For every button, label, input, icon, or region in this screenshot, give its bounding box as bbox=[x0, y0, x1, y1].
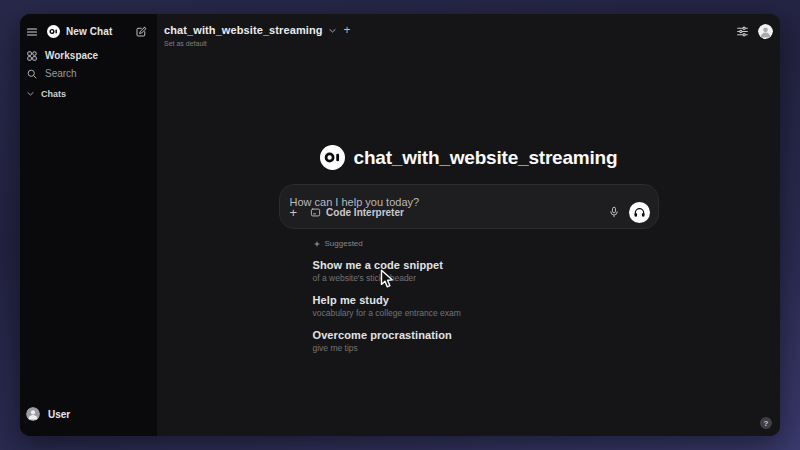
user-name: User bbox=[48, 409, 70, 420]
message-input-box[interactable]: + Code Interpreter bbox=[279, 184, 659, 229]
suggestion-subtitle: vocabulary for a college entrance exam bbox=[313, 308, 659, 318]
voice-call-button[interactable] bbox=[629, 202, 650, 223]
chevron-down-icon[interactable] bbox=[328, 26, 337, 35]
user-avatar bbox=[26, 407, 40, 421]
sidebar-user-menu[interactable]: User bbox=[26, 404, 149, 424]
sidebar-item-workspace[interactable]: Workspace bbox=[26, 47, 149, 64]
suggestion-item[interactable]: Overcome procrastination give me tips bbox=[313, 329, 659, 353]
sparkle-icon bbox=[313, 240, 321, 248]
sidebar: New Chat Workspace Search Chats bbox=[20, 14, 157, 436]
header-controls bbox=[736, 24, 773, 39]
suggested-label: Suggested bbox=[325, 239, 363, 248]
suggestion-subtitle: of a website's sticky header bbox=[313, 273, 659, 283]
suggestion-title: Show me a code snippet bbox=[313, 259, 659, 271]
chat-title[interactable]: chat_with_website_streaming bbox=[164, 24, 323, 36]
input-toolbar: + Code Interpreter bbox=[290, 202, 650, 222]
account-avatar[interactable] bbox=[758, 24, 773, 39]
workspace-grid-icon bbox=[26, 50, 38, 62]
headphones-icon bbox=[633, 206, 646, 219]
welcome-panel: chat_with_website_streaming + Code Inter… bbox=[279, 145, 659, 353]
openwebui-logo-icon bbox=[320, 145, 345, 170]
suggestion-subtitle: give me tips bbox=[313, 343, 659, 353]
attach-plus-button[interactable]: + bbox=[290, 206, 298, 219]
openwebui-logo-icon bbox=[47, 25, 60, 38]
suggestion-item[interactable]: Show me a code snippet of a website's st… bbox=[313, 259, 659, 283]
suggested-header: Suggested bbox=[313, 239, 659, 248]
sidebar-section-label: Chats bbox=[41, 89, 66, 99]
suggestions-panel: Suggested Show me a code snippet of a we… bbox=[279, 239, 659, 353]
microphone-icon[interactable] bbox=[608, 206, 620, 218]
desktop: { "sidebar": { "new_chat_label": "New Ch… bbox=[0, 0, 800, 450]
chat-controls-sliders-icon[interactable] bbox=[736, 25, 749, 38]
search-icon bbox=[26, 68, 38, 80]
model-name: chat_with_website_streaming bbox=[354, 147, 618, 169]
sidebar-header: New Chat bbox=[26, 23, 149, 40]
app-window: New Chat Workspace Search Chats bbox=[20, 14, 780, 436]
set-as-default-link[interactable]: Set as default bbox=[164, 40, 351, 47]
code-interpreter-toggle[interactable]: Code Interpreter bbox=[310, 207, 404, 218]
hamburger-menu-icon[interactable] bbox=[26, 26, 38, 38]
sidebar-item-label: Workspace bbox=[45, 50, 98, 61]
new-chat-plus-button[interactable]: + bbox=[344, 24, 351, 36]
main-area: chat_with_website_streaming + Set as def… bbox=[157, 14, 780, 436]
suggestion-item[interactable]: Help me study vocabulary for a college e… bbox=[313, 294, 659, 318]
suggestion-title: Help me study bbox=[313, 294, 659, 306]
sidebar-item-label: Search bbox=[45, 68, 77, 79]
suggestion-title: Overcome procrastination bbox=[313, 329, 659, 341]
terminal-icon bbox=[310, 207, 321, 218]
chevron-down-icon bbox=[26, 89, 35, 98]
sidebar-item-search[interactable]: Search bbox=[26, 65, 149, 82]
sidebar-section-chats[interactable]: Chats bbox=[26, 85, 149, 102]
new-note-icon[interactable] bbox=[135, 26, 147, 38]
chat-header: chat_with_website_streaming + Set as def… bbox=[164, 24, 351, 47]
help-button[interactable]: ? bbox=[760, 417, 772, 429]
model-heading: chat_with_website_streaming bbox=[279, 145, 659, 170]
new-chat-button[interactable]: New Chat bbox=[66, 26, 112, 37]
code-interpreter-label: Code Interpreter bbox=[326, 207, 404, 218]
